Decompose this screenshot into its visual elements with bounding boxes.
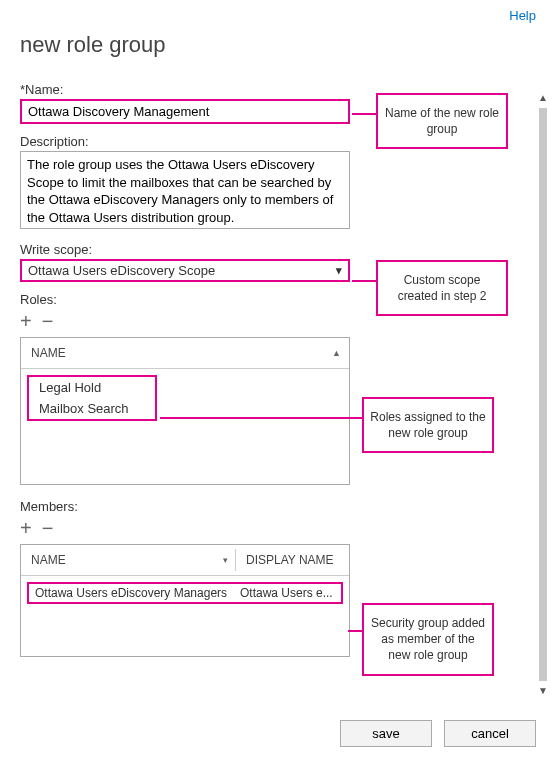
save-button[interactable]: save — [340, 720, 432, 747]
list-item[interactable]: Mailbox Search — [29, 398, 155, 419]
name-input[interactable] — [20, 99, 350, 124]
connector-line — [160, 417, 362, 419]
remove-role-icon[interactable]: − — [42, 311, 54, 331]
roles-col-name[interactable]: NAME — [31, 346, 66, 360]
sort-handle-icon: ▾ — [223, 555, 228, 565]
roles-listbox: NAME ▲ Legal Hold Mailbox Search — [20, 337, 350, 485]
page-title: new role group — [20, 32, 536, 58]
cancel-button[interactable]: cancel — [444, 720, 536, 747]
add-role-icon[interactable]: + — [20, 311, 32, 331]
members-col-name[interactable]: NAME — [31, 553, 66, 567]
help-link[interactable]: Help — [509, 8, 536, 23]
member-display-cell: Ottawa Users e... — [234, 584, 341, 602]
description-label: Description: — [20, 134, 536, 149]
scroll-down-icon[interactable]: ▼ — [536, 683, 550, 699]
roles-items-box: Legal Hold Mailbox Search — [27, 375, 157, 421]
callout-roles: Roles assigned to the new role group — [362, 397, 494, 453]
scroll-up-icon[interactable]: ▲ — [536, 90, 550, 106]
write-scope-label: Write scope: — [20, 242, 536, 257]
members-col-display[interactable]: DISPLAY NAME — [246, 553, 334, 567]
members-label: Members: — [20, 499, 536, 514]
roles-label: Roles: — [20, 292, 536, 307]
scroll-thumb[interactable] — [539, 108, 547, 681]
members-listbox: NAME ▾ DISPLAY NAME Ottawa Users eDiscov… — [20, 544, 350, 657]
add-member-icon[interactable]: + — [20, 518, 32, 538]
connector-line — [352, 280, 376, 282]
write-scope-select[interactable]: Ottawa Users eDiscovery Scope ▾ — [20, 259, 350, 282]
description-textarea[interactable]: The role group uses the Ottawa Users eDi… — [20, 151, 350, 229]
chevron-down-icon: ▾ — [336, 264, 342, 277]
list-item[interactable]: Legal Hold — [29, 377, 155, 398]
remove-member-icon[interactable]: − — [42, 518, 54, 538]
connector-line — [352, 113, 376, 115]
member-name-cell: Ottawa Users eDiscovery Managers — [29, 584, 234, 602]
connector-line — [348, 630, 362, 632]
scrollbar[interactable]: ▲ ▼ — [536, 90, 550, 699]
table-row[interactable]: Ottawa Users eDiscovery Managers Ottawa … — [27, 582, 343, 604]
callout-members: Security group added as member of the ne… — [362, 603, 494, 676]
write-scope-value: Ottawa Users eDiscovery Scope — [28, 263, 215, 278]
sort-asc-icon: ▲ — [332, 348, 341, 358]
